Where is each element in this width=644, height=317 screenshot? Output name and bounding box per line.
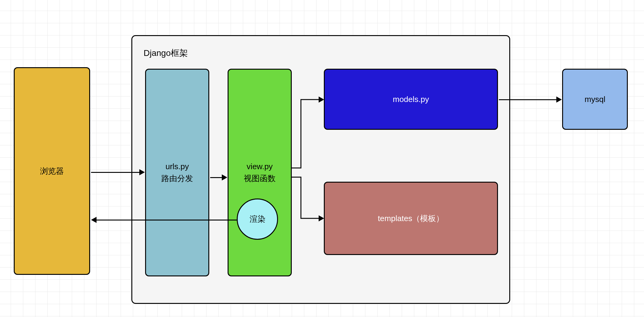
urls-label-2: 路由分发 <box>161 173 193 184</box>
mysql-box: mysql <box>562 69 628 130</box>
arrow-urls-to-view <box>210 177 222 178</box>
django-container-label: Django框架 <box>144 47 188 59</box>
browser-box: 浏览器 <box>14 67 90 275</box>
arrow-models-to-mysql-head <box>556 97 562 103</box>
view-box: view.py 视图函数 <box>228 69 292 276</box>
arrow-models-to-mysql <box>499 99 557 100</box>
templates-label: templates（模板） <box>378 213 444 224</box>
urls-label-1: urls.py <box>166 161 189 173</box>
models-label: models.py <box>393 93 429 105</box>
templates-box: templates（模板） <box>324 182 498 255</box>
view-label-1: view.py <box>247 161 273 173</box>
arrow-browser-to-urls-head <box>139 169 145 175</box>
arrow-browser-to-urls <box>91 172 140 173</box>
render-circle: 渲染 <box>237 199 278 240</box>
browser-label: 浏览器 <box>40 165 64 177</box>
mysql-label: mysql <box>585 93 606 105</box>
arrow-urls-to-view-head <box>222 174 227 180</box>
urls-box: urls.py 路由分发 <box>145 69 209 276</box>
view-label-2: 视图函数 <box>244 173 276 184</box>
models-box: models.py <box>324 69 498 130</box>
arrow-render-to-browser-head <box>91 217 97 223</box>
render-label: 渲染 <box>250 214 265 224</box>
arrow-render-to-browser <box>96 220 237 220</box>
